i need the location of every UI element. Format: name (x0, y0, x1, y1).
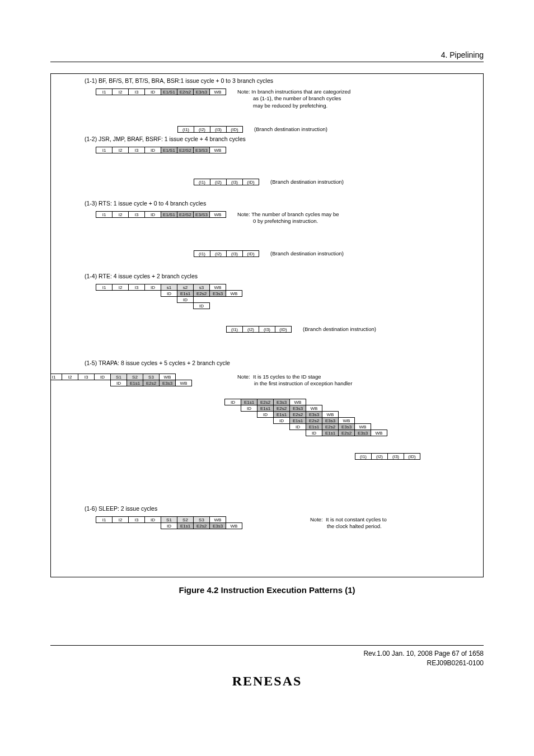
stage: I2 (112, 284, 129, 291)
stage: ID (241, 405, 257, 412)
section-1-1: (1-1) BF, BF/S, BT, BT/S, BRA, BSR:1 iss… (85, 77, 477, 133)
stage: ID (289, 423, 306, 430)
renesas-logo: RENESAS (50, 674, 484, 689)
stage: ID (144, 147, 161, 153)
branch-dest-row: (I1) (I2) (I3) (ID) (Branch destination … (226, 326, 477, 333)
stage: (I2) (242, 326, 259, 333)
section-1-2: (1-2) JSR, JMP, BRAF, BSRF: 1 issue cycl… (85, 136, 477, 185)
stage: E2/s2 (177, 88, 194, 95)
stage: ID (193, 302, 210, 309)
branch-dest-row: (I1) (I2) (I3) (ID) (Branch destination … (194, 179, 477, 185)
page-footer: Rev.1.00 Jan. 10, 2008 Page 67 of 1658 R… (50, 645, 484, 689)
stage: ID (161, 290, 177, 297)
stage: E1/S1 (161, 88, 177, 95)
stage: WB (209, 211, 226, 218)
stage: ID (144, 516, 161, 523)
stage: I3 (128, 211, 145, 218)
stage: WB (226, 522, 242, 529)
note-line: as (1-1), the number of branch cycles (253, 95, 341, 101)
stage: ID (306, 430, 322, 436)
stage: (I2) (210, 250, 227, 257)
stage: (I3) (210, 126, 227, 133)
stage: I2 (62, 374, 78, 380)
stage: ID (161, 522, 177, 529)
document-page: 4. Pipelining (1-1) BF, BF/S, BT, BT/S, … (0, 0, 534, 756)
stage: E2/S2 (177, 147, 194, 153)
section-1-3: (1-3) RTS: 1 issue cycle + 0 to 4 branch… (85, 200, 477, 257)
section-title: (1-3) RTS: 1 issue cycle + 0 to 4 branch… (85, 200, 477, 207)
note-label: Note: (310, 516, 323, 522)
note: Note: It is not constant cycles to the c… (310, 516, 387, 530)
stage: (I1) (194, 250, 210, 257)
chapter-label: 4. Pipelining (441, 50, 484, 59)
stage: E2/S2 (177, 211, 194, 218)
stage: I1 (96, 284, 113, 291)
stage: E1s1 (177, 522, 194, 529)
note-label: Note: (237, 374, 250, 380)
page-header: 4. Pipelining (50, 50, 484, 62)
branch-label: (Branch destination instruction) (270, 250, 344, 257)
stage: I3 (128, 88, 145, 95)
revision-line: Rev.1.00 Jan. 10, 2008 Page 67 of 1658 (363, 650, 484, 657)
stage: E2s2 (193, 290, 210, 297)
stage: (I1) (355, 453, 372, 460)
pipeline-row: I1 I2 I3 ID E1/S1 E2/S2 E3/S3 WB (96, 147, 477, 153)
stage: ID (144, 284, 161, 291)
stage: I3 (128, 284, 145, 291)
stage: ID (224, 399, 241, 405)
stage: E3s3 (354, 430, 371, 436)
note-line: Note: The number of branch cycles may be (237, 211, 339, 217)
stage: E1/S1 (161, 211, 177, 218)
branch-label: (Branch destination instruction) (254, 126, 327, 133)
stage: E1s1 (127, 380, 143, 386)
stage: I3 (78, 374, 95, 380)
cascade: ID E1s1 E2s2 E3s3 WB ID E1s1 E2s2 E3s3 W… (51, 399, 480, 436)
stage: ID (94, 374, 111, 380)
stage: I2 (112, 147, 129, 153)
stage: E3/S3 (193, 211, 210, 218)
footer-text: Rev.1.00 Jan. 10, 2008 Page 67 of 1658 R… (50, 649, 484, 668)
stage: I2 (112, 88, 129, 95)
stage: I1 (50, 374, 62, 380)
note: Note: The number of branch cycles may be… (237, 211, 339, 225)
stage: (I1) (194, 179, 210, 185)
stage: (ID) (226, 126, 243, 133)
stage: E2s2 (143, 380, 160, 386)
stage: ID (144, 211, 161, 218)
pipeline-row: ID (193, 302, 477, 309)
section-title: (1-4) RTE: 4 issue cycles + 2 branch cyc… (85, 273, 477, 279)
stage: E1s1 (322, 430, 339, 436)
stage: E3s3 (209, 290, 226, 297)
branch-label: (Branch destination instruction) (303, 326, 376, 333)
stage: (I2) (194, 126, 210, 133)
stage: (I3) (259, 326, 275, 333)
section-title: (1-5) TRAPA: 8 issue cycles + 5 cycles +… (85, 360, 477, 366)
stage: I1 (96, 147, 113, 153)
note: Note: In branch instructions that are ca… (237, 88, 350, 109)
section-1-5: (1-5) TRAPA: 8 issue cycles + 5 cycles +… (85, 360, 477, 371)
stage: E2s2 (338, 430, 355, 436)
note-line: in the first instruction of exception ha… (254, 380, 352, 386)
stage: (I1) (226, 326, 243, 333)
branch-dest-row: (I1) (I2) (I3) (ID) (Branch destination … (194, 250, 477, 257)
stage: WB (209, 88, 226, 95)
stage: WB (209, 147, 226, 153)
pipeline-row: ID E1s1 E2s2 E3s3 WB (306, 430, 480, 436)
stage: (I2) (210, 179, 227, 185)
stage: I3 (128, 516, 145, 523)
stage: I2 (112, 211, 129, 218)
stage: ID (144, 88, 161, 95)
section-1-5-body: I1 I2 I3 ID S1 S2 S3 WB Note: It is 15 c… (51, 374, 480, 460)
section-1-6: (1-6) SLEEP: 2 issue cycles I1 I2 I3 ID … (85, 505, 477, 529)
pipeline-row: I1 I2 I3 ID E1/S1 E2/s2 E3/s3 WB Note: I… (96, 88, 477, 109)
section-title: (1-2) JSR, JMP, BRAF, BSRF: 1 issue cycl… (85, 136, 477, 142)
stage: WB (371, 430, 387, 436)
stage: E1/S1 (161, 147, 177, 153)
note-line: the clock halted period. (327, 523, 382, 529)
branch-dest-row: (I1) (I2) (I3) (ID) (Branch destination … (177, 126, 477, 133)
stage: (I3) (387, 453, 404, 460)
stage: (ID) (404, 453, 420, 460)
stage: (I1) (177, 126, 194, 133)
stage: ID (273, 417, 290, 424)
stage: E3/S3 (193, 147, 210, 153)
